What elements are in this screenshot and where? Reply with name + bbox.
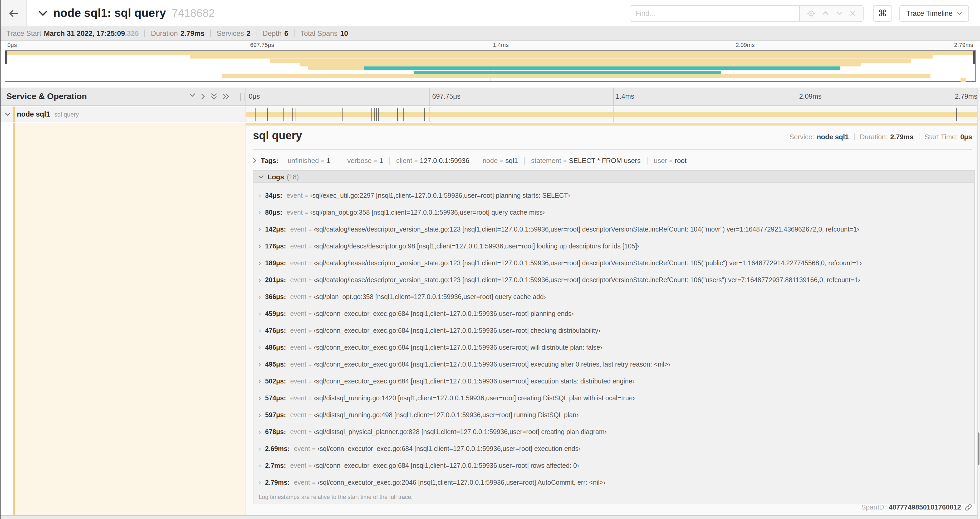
span-id-label: SpanID: [861, 503, 886, 511]
collapse-one-icon[interactable] [189, 93, 196, 100]
time-tick-label: 697.75μs [250, 42, 274, 48]
minimap-span-bar [190, 55, 932, 59]
span-detail-operation-title: sql query [253, 129, 302, 142]
logs-header[interactable]: Logs (18) [253, 171, 974, 183]
logs-label: Logs [268, 173, 284, 180]
log-marker-tick [293, 108, 293, 121]
timeline-ruler: 0μs697.75μs1.4ms2.09ms2.79ms [246, 88, 980, 105]
log-event-value: ‹sql/distsql_running.go:1420 [nsql1,clie… [314, 394, 635, 402]
minimap-drag-handle-right[interactable] [973, 51, 975, 64]
keyboard-shortcuts-button[interactable]: ⌘ [873, 5, 892, 21]
log-entry-row[interactable]: ›2.79ms:event=‹sql/conn_executor_exec.go… [253, 474, 974, 491]
tag-item: client=127.0.0.1:59936 [383, 156, 469, 164]
minimap-span-bar [223, 74, 931, 78]
span-collapse-chevron-icon[interactable] [5, 112, 11, 116]
log-marker-tick [954, 108, 954, 121]
minimap-canvas[interactable] [5, 50, 976, 82]
log-entry-row[interactable]: ›678μs:event=‹sql/distsql_physical_plann… [253, 423, 974, 441]
find-input[interactable] [630, 5, 799, 21]
deep-link-icon[interactable] [965, 503, 972, 511]
log-field-name: event [290, 462, 306, 469]
collapse-all-icon[interactable] [210, 93, 218, 100]
log-field-name: event [286, 209, 303, 216]
log-expander-icon: › [259, 243, 261, 250]
tag-item: statement=SELECT * FROM users [518, 156, 641, 164]
logs-count: (18) [286, 173, 299, 180]
time-tick-label: 2.79ms [954, 42, 973, 48]
log-timestamp: 2.7ms: [265, 462, 286, 469]
log-expander-icon: › [259, 293, 261, 301]
log-event-value: ‹sql/catalog/lease/descriptor_version_st… [314, 226, 859, 233]
log-entry-row[interactable]: ›176μs:event=‹sql/catalog/descs/descript… [253, 238, 974, 255]
find-next-icon[interactable] [836, 11, 843, 15]
timeline-gridline [613, 107, 614, 122]
log-event-value: ‹sql/conn_executor_exec.go:684 [nsql1,cl… [314, 361, 670, 368]
log-marker-tick [378, 108, 379, 121]
log-marker-tick [425, 108, 425, 121]
log-entry-row[interactable]: ›597μs:event=‹sql/distsql_running.go:498… [253, 407, 974, 423]
span-row[interactable]: node sql1 sql query [0, 107, 980, 122]
log-entry-row[interactable]: ›34μs:event=‹sql/exec_util.go:2297 [nsql… [253, 187, 974, 204]
time-tick-label: 2.09ms [736, 42, 755, 48]
back-button[interactable] [0, 0, 27, 26]
log-entry-row[interactable]: ›495μs:event=‹sql/conn_executor_exec.go:… [253, 356, 974, 373]
scrollbar-thumb[interactable] [978, 433, 980, 465]
log-field-name: event [290, 260, 306, 267]
logs-list: ›34μs:event=‹sql/exec_util.go:2297 [nsql… [253, 183, 974, 491]
trace-info-item: Total Spans10 [288, 29, 348, 37]
span-summary-item: Service:node sql1 [789, 133, 848, 141]
find-prev-icon[interactable] [822, 11, 829, 15]
log-entry-row[interactable]: ›502μs:event=‹sql/conn_executor_exec.go:… [253, 373, 974, 390]
log-timestamp: 495μs: [265, 361, 286, 368]
match-highlight-icon[interactable] [807, 9, 815, 17]
log-entry-row[interactable]: ›2.7ms:event=‹sql/conn_executor_exec.go:… [253, 457, 974, 474]
arrow-left-icon [8, 9, 18, 18]
time-tick-label: 1.4ms [493, 42, 509, 48]
tags-row[interactable]: Tags: _unfinished=1 _verbose=1 client=12… [253, 153, 972, 168]
logs-footnote: Log timestamps are relative to the start… [253, 491, 974, 504]
log-field-name: event [290, 344, 306, 351]
log-entry-row[interactable]: ›574μs:event=‹sql/distsql_running.go:142… [253, 390, 974, 407]
log-timestamp: 176μs: [265, 243, 286, 250]
log-entry-row[interactable]: ›366μs:event=‹sql/plan_opt.go:358 [nsql1… [253, 289, 974, 305]
top-bar-controls: ⌘ Trace Timeline [630, 5, 969, 21]
trace-view-select[interactable]: Trace Timeline [899, 5, 969, 21]
span-detail-summary: Service:node sql1 Duration:2.79ms Start … [789, 133, 972, 141]
log-event-value: ‹sql/conn_executor_exec.go:684 [nsql1,cl… [314, 344, 602, 351]
expand-one-icon[interactable] [201, 93, 205, 100]
span-summary-item: Start Time:0μs [913, 133, 972, 141]
log-entry-row[interactable]: ›189μs:event=‹sql/catalog/lease/descript… [253, 255, 974, 271]
log-entry-row[interactable]: ›201μs:event=‹sql/catalog/lease/descript… [253, 271, 974, 289]
log-timestamp: 678μs: [265, 428, 286, 436]
log-expander-icon: › [259, 344, 261, 351]
span-detail-header[interactable]: sql query Service:node sql1 Duration:2.7… [253, 129, 972, 142]
column-resizer-handle[interactable] [240, 93, 245, 101]
span-row-name-cell[interactable]: node sql1 sql query [0, 107, 246, 122]
log-timestamp: 34μs: [265, 192, 282, 200]
log-expander-icon: › [259, 378, 261, 385]
expand-all-icon[interactable] [222, 93, 230, 100]
log-entry-row[interactable]: ›142μs:event=‹sql/catalog/lease/descript… [253, 221, 974, 238]
find-clear-icon[interactable] [850, 10, 856, 16]
minimap-span-bar [270, 59, 911, 62]
log-expander-icon: › [259, 260, 261, 267]
tags-expander-icon[interactable] [253, 158, 256, 163]
log-entry-row[interactable]: ›80μs:event=‹sql/plan_opt.go:358 [nsql1,… [253, 204, 974, 221]
log-marker-tick [342, 108, 343, 121]
span-summary-item: Duration:2.79ms [849, 133, 913, 141]
logs-collapse-icon[interactable] [258, 175, 264, 179]
span-row-bar-cell[interactable] [246, 107, 980, 122]
minimap-drag-handle-left[interactable] [5, 51, 7, 64]
log-entry-row[interactable]: ›459μs:event=‹sql/conn_executor_exec.go:… [253, 305, 974, 322]
time-tick-label: 0μs [249, 92, 260, 100]
log-entry-row[interactable]: ›476μs:event=‹sql/conn_executor_exec.go:… [253, 322, 974, 339]
vertical-scrollbar[interactable] [977, 88, 980, 519]
minimap-span-bar [308, 67, 364, 70]
tag-item: _verbose=1 [330, 156, 383, 164]
log-entry-row[interactable]: ›2.69ms:event=‹sql/conn_executor_exec.go… [253, 441, 974, 457]
log-field-name: event [290, 361, 306, 368]
log-field-name: event [294, 479, 310, 486]
trace-view-label: Trace Timeline [906, 9, 953, 17]
collapse-trace-chevron-icon[interactable] [38, 10, 48, 16]
log-entry-row[interactable]: ›486μs:event=‹sql/conn_executor_exec.go:… [253, 339, 974, 356]
